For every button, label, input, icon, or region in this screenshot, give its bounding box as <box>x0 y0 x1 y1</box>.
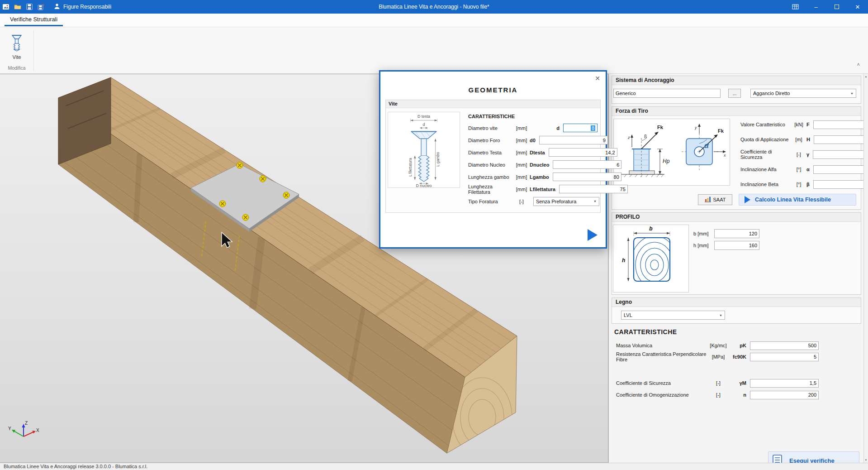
coefficiente-sicurezza-input[interactable] <box>813 150 863 159</box>
massa-volumica-input[interactable] <box>750 341 819 350</box>
maximize-button[interactable] <box>826 0 847 14</box>
checklist-icon <box>772 454 784 463</box>
saat-button[interactable]: SAAT <box>698 194 732 205</box>
tab-verifiche-strutturali[interactable]: Verifiche Strutturali <box>5 14 63 26</box>
resistenza-perpendicolare-input[interactable] <box>750 353 819 361</box>
scroll-up-icon[interactable]: ▲ <box>865 74 868 79</box>
diametro-vite-input[interactable]: 8 <box>563 124 598 132</box>
saat-label: SAAT <box>713 197 726 202</box>
diagram-h-label: h <box>622 257 625 264</box>
dialog-section-title: CARATTERISTICHE <box>468 114 598 119</box>
diametro-foro-input[interactable] <box>539 136 608 144</box>
chevron-down-icon: ▼ <box>593 200 597 203</box>
geometria-dialog: ✕ GEOMETRIA Vite D testa d <box>379 70 607 249</box>
field-row: Coefficiente di Sicurezza [-] γM <box>616 379 819 388</box>
section-profilo: PROFILO b h <box>612 212 861 295</box>
profilo-diagram: b h <box>613 225 689 293</box>
diagram-beta-label: ß <box>644 134 647 139</box>
valore-caratteristico-input[interactable] <box>813 120 863 129</box>
app-icon <box>0 0 12 14</box>
field-unit: [-] <box>707 392 730 398</box>
field-symbol: γM <box>730 380 750 386</box>
field-row: Diametro Nucleo [mm] Dnucleo <box>468 158 598 171</box>
caratteristiche-title: CARATTERISTICHE <box>614 328 677 336</box>
field-symbol: Lfilettatura <box>530 187 559 192</box>
close-button[interactable]: ✕ <box>847 0 868 14</box>
field-unit: [kN] <box>791 122 806 127</box>
dialog-close-icon[interactable]: ✕ <box>595 75 600 82</box>
layout-grid-icon[interactable] <box>785 0 806 14</box>
quota-applicazione-input[interactable] <box>814 135 863 144</box>
lunghezza-gambo-input[interactable] <box>553 173 621 181</box>
vertical-scrollbar[interactable]: ▲ ▼ <box>863 74 868 463</box>
field-symbol: pK <box>730 343 750 348</box>
dialog-confirm-play-button[interactable] <box>588 229 598 241</box>
coefficiente-sicurezza-legno-input[interactable] <box>750 379 819 388</box>
open-file-icon[interactable] <box>12 0 24 14</box>
field-symbol: α <box>806 167 813 172</box>
field-symbol: d0 <box>530 138 539 143</box>
sistema-browse-button[interactable]: ... <box>728 89 741 98</box>
axis-y-label: Y <box>8 426 11 431</box>
aggancio-dropdown[interactable]: Aggancio Diretto ▼ <box>750 89 856 98</box>
play-icon <box>745 196 750 203</box>
chevron-down-icon: ▼ <box>850 92 854 95</box>
figure-responsabili-button[interactable]: Figure Responsabili <box>53 3 111 11</box>
save-all-icon[interactable] <box>35 0 47 14</box>
coefficiente-omogenizzazione-input[interactable] <box>750 391 819 399</box>
esegui-label: Esegui verifiche <box>789 457 835 463</box>
field-row: Inclinazione Beta [°] β <box>740 179 854 189</box>
scroll-down-icon[interactable]: ▼ <box>865 457 868 463</box>
calcolo-linea-vita-button[interactable]: Calcolo Linea Vita Flessibile <box>739 194 856 206</box>
field-row: Diametro Testa [mm] Dtesta <box>468 146 598 158</box>
section-title: Legno <box>612 298 861 307</box>
field-row: Coefficiente di Omogenizzazione [-] n <box>616 390 819 399</box>
dialog-fields: CARATTERISTICHE Diametro vite [mm] d 8 D… <box>468 112 598 207</box>
sistema-name-input[interactable] <box>613 89 721 98</box>
field-label: Quota di Applicazione <box>740 137 791 142</box>
save-icon[interactable] <box>24 0 35 14</box>
field-unit: [mm] <box>513 125 530 131</box>
title-bar: Figure Responsabili Blumatica Linee Vita… <box>0 0 868 14</box>
b-label: b [mm] <box>693 231 711 236</box>
diagram-b-label: b <box>649 225 652 232</box>
axis-x-label: X <box>36 428 39 433</box>
axis-z-label: Z <box>25 421 28 426</box>
h-input[interactable] <box>714 241 759 250</box>
diametro-testa-input[interactable] <box>549 148 617 157</box>
application-window: Figure Responsabili Blumatica Linee Vita… <box>0 0 868 470</box>
axis-triad: Y Z X <box>8 421 39 436</box>
inclinazione-alfa-input[interactable] <box>813 165 863 174</box>
field-row: Coefficiente di Sicurezza [-] γ <box>740 149 854 159</box>
legno-dropdown[interactable]: LVL ▼ <box>621 311 725 320</box>
esegui-verifiche-button[interactable]: Esegui verifiche <box>768 451 859 463</box>
vite-button-label: Vite <box>13 54 21 60</box>
b-input[interactable] <box>714 229 759 238</box>
field-symbol: n <box>730 392 750 398</box>
field-label: Coefficiente di Sicurezza <box>740 149 791 160</box>
field-symbol: Lgambo <box>530 174 553 180</box>
inclinazione-beta-input[interactable] <box>813 180 863 189</box>
minimize-button[interactable]: – <box>806 0 826 14</box>
status-text: Blumatica Linee Vita e Ancoraggi release… <box>4 464 147 469</box>
vite-button[interactable]: Vite <box>4 30 30 63</box>
field-label: Lunghezza Filettatura <box>468 184 513 195</box>
lunghezza-filettatura-input[interactable] <box>559 185 628 193</box>
field-label: Diametro Nucleo <box>468 162 513 168</box>
tipo-foratura-dropdown[interactable]: Senza Preforatura ▼ <box>533 197 599 206</box>
ribbon-collapse-icon[interactable]: ˄ <box>857 62 860 67</box>
field-row: b [mm] <box>693 229 759 238</box>
section-title: Sistema di Ancoraggio <box>612 76 861 85</box>
diagram-d-label: d <box>423 122 425 127</box>
field-row: Lunghezza gambo [mm] Lgambo <box>468 171 598 183</box>
field-symbol: fc90K <box>730 354 750 360</box>
field-row: Inclinazione Alfa [°] α <box>740 164 854 174</box>
field-symbol: Dnucleo <box>530 162 553 168</box>
field-symbol: H <box>806 137 814 142</box>
diametro-nucleo-input[interactable] <box>553 160 621 169</box>
tipo-foratura-value: Senza Preforatura <box>536 199 576 204</box>
section-sistema-di-ancoraggio: Sistema di Ancoraggio ... Aggancio Diret… <box>612 76 861 104</box>
user-icon <box>53 3 61 11</box>
screw-diagram: D testa d L fil <box>388 112 460 188</box>
vite-group-title: Vite <box>386 100 600 108</box>
